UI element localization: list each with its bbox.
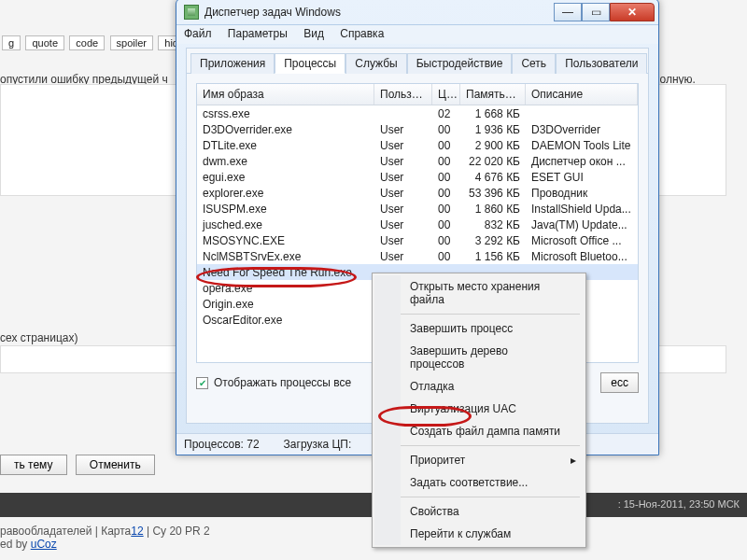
cell: 00 [432, 170, 460, 185]
table-row[interactable]: egui.exeUser004 676 КБESET GUI [197, 169, 638, 185]
cell: 02 [432, 106, 460, 121]
titlebar[interactable]: Диспетчер задач Windows — ▭ ✕ [176, 0, 658, 25]
cell: csrss.exe [197, 106, 374, 121]
minimize-button[interactable]: — [554, 3, 582, 21]
cell: explorer.exe [197, 186, 374, 201]
status-processes: Процессов: 72 [184, 438, 260, 451]
cell: 53 396 КБ [460, 186, 526, 201]
bg-footer-link-map[interactable]: 12 [131, 525, 143, 538]
cell: User [374, 170, 432, 185]
cell: OscarEditor.exe [197, 313, 374, 328]
cell: Microsoft Bluetoo... [526, 249, 638, 264]
context-item[interactable]: Создать файл дампа памяти [401, 420, 584, 442]
cell: Диспетчер окон ... [526, 154, 638, 169]
table-row[interactable]: ISUSPM.exeUser001 860 КБInstallShield Up… [197, 201, 638, 217]
bg-btn-code[interactable]: code [69, 35, 105, 50]
app-icon [184, 5, 199, 20]
bg-footer: равообладателей | Карта12 | Су 20 PR 2 e… [0, 525, 210, 551]
table-row[interactable]: DTLite.exeUser002 900 КБDAEMON Tools Lit… [197, 137, 638, 153]
cell: D3DOverrider [526, 122, 638, 137]
table-row[interactable]: D3DOverrider.exeUser001 936 КБD3DOverrid… [197, 121, 638, 137]
context-item[interactable]: Перейти к службам [401, 523, 584, 545]
tab-applications[interactable]: Приложения [190, 53, 275, 74]
col-cpu[interactable]: ЦП [432, 84, 460, 105]
menu-file[interactable]: Файл [184, 27, 212, 40]
bg-footer-link-ucoz[interactable]: uCoz [31, 538, 57, 551]
cell: 1 936 КБ [460, 122, 526, 137]
status-cpu: Загрузка ЦП: [284, 438, 352, 451]
cell: ESET GUI [526, 170, 638, 185]
table-row[interactable]: dwm.exeUser0022 020 КБДиспетчер окон ... [197, 153, 638, 169]
cell: 00 [432, 138, 460, 153]
cell: 00 [432, 233, 460, 248]
table-header: Имя образа Пользо... ЦП Память (... Опис… [197, 84, 638, 105]
cell [526, 113, 638, 115]
cell: 00 [432, 154, 460, 169]
bg-cancel-button[interactable]: Отменить [76, 455, 155, 475]
cell: 1 156 КБ [460, 249, 526, 264]
cell: 00 [432, 249, 460, 264]
menu-view[interactable]: Вид [303, 27, 324, 40]
window-title: Диспетчер задач Windows [204, 6, 554, 19]
cell: DTLite.exe [197, 138, 374, 153]
context-item[interactable]: Завершить процесс [401, 317, 584, 340]
cell: egui.exe [197, 170, 374, 185]
table-row[interactable]: jusched.exeUser00832 КБJava(TM) Update..… [197, 217, 638, 232]
cell: 00 [432, 202, 460, 217]
cell: Проводник [526, 186, 638, 201]
cell: DAEMON Tools Lite [526, 138, 638, 153]
table-row[interactable]: explorer.exeUser0053 396 КБПроводник [197, 185, 638, 201]
close-button[interactable]: ✕ [610, 3, 655, 21]
menu-options[interactable]: Параметры [228, 27, 288, 40]
context-item[interactable]: Завершить дерево процессов [401, 340, 584, 375]
context-separator [401, 314, 580, 315]
table-row[interactable]: NclMSBTSrvEx.exeUser001 156 КБMicrosoft … [197, 248, 638, 264]
cell: dwm.exe [197, 154, 374, 169]
menu-help[interactable]: Справка [340, 27, 384, 40]
tab-network[interactable]: Сеть [512, 53, 556, 74]
menu-bar: Файл Параметры Вид Справка [176, 25, 658, 44]
cell: MSOSYNC.EXE [197, 233, 374, 248]
tab-strip: Приложения Процессы Службы Быстродействи… [187, 49, 648, 74]
col-user[interactable]: Пользо... [374, 84, 432, 105]
table-row[interactable]: MSOSYNC.EXEUser003 292 КБMicrosoft Offic… [197, 232, 638, 248]
context-separator [401, 445, 580, 446]
cell: 2 900 КБ [460, 138, 526, 153]
tab-users[interactable]: Пользователи [556, 53, 647, 74]
cell: Java(TM) Update... [526, 217, 638, 232]
tab-services[interactable]: Службы [345, 53, 406, 74]
show-all-checkbox[interactable] [196, 377, 208, 389]
context-item[interactable]: Приоритет [401, 449, 584, 471]
col-image-name[interactable]: Имя образа [197, 84, 374, 105]
tab-processes[interactable]: Процессы [275, 53, 345, 74]
cell: Microsoft Office ... [526, 233, 638, 248]
show-all-label: Отображать процессы все [214, 376, 351, 389]
cell: 1 860 КБ [460, 202, 526, 217]
bg-btn-spoiler[interactable]: spoiler [110, 35, 153, 50]
context-item[interactable]: Задать соответствие... [401, 471, 584, 494]
cell: User [374, 249, 432, 264]
cell: Origin.exe [197, 297, 374, 312]
col-description[interactable]: Описание [526, 84, 638, 105]
bg-btn-quote[interactable]: quote [25, 35, 64, 50]
col-memory[interactable]: Память (... [460, 84, 526, 105]
context-item[interactable]: Отладка [401, 375, 584, 398]
cell: User [374, 202, 432, 217]
cell: User [374, 217, 432, 232]
bg-submit-button[interactable]: ть тему [0, 455, 67, 475]
context-item[interactable]: Свойства [401, 500, 584, 523]
cell: User [374, 186, 432, 201]
cell: 832 КБ [460, 217, 526, 232]
tab-performance[interactable]: Быстродействие [407, 53, 513, 74]
cell: 00 [432, 217, 460, 232]
bg-btn-g[interactable]: g [2, 35, 21, 50]
cell: 3 292 КБ [460, 233, 526, 248]
table-row[interactable]: csrss.exe021 668 КБ [197, 105, 638, 121]
context-separator [401, 497, 580, 497]
cell: User [374, 154, 432, 169]
context-item[interactable]: Открыть место хранения файла [401, 275, 584, 311]
bg-text-2: сех страницах) [0, 331, 78, 344]
maximize-button[interactable]: ▭ [582, 3, 610, 21]
end-process-button[interactable]: есс [600, 372, 639, 393]
context-item[interactable]: Виртуализация UAC [401, 398, 584, 420]
